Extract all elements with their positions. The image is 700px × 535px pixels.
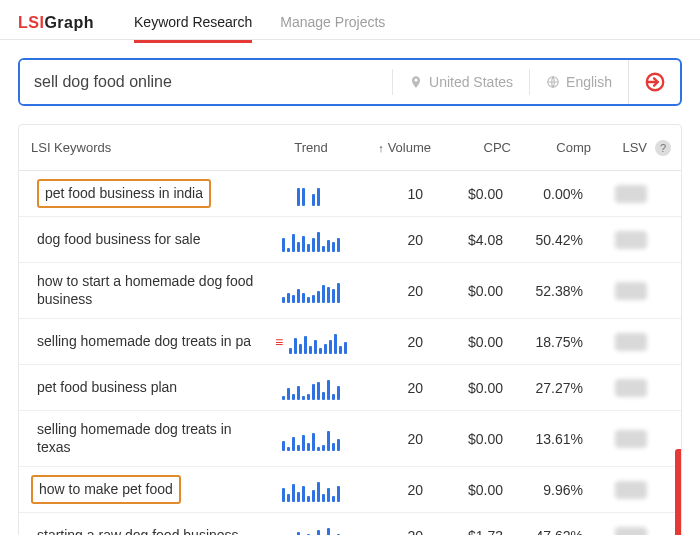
volume-cell: 20 bbox=[351, 334, 431, 350]
trend-sparkline bbox=[282, 524, 340, 536]
trend-cell bbox=[271, 524, 351, 536]
keyword-cell: dog food business for sale bbox=[31, 227, 271, 253]
trend-sparkline bbox=[289, 330, 347, 354]
col-lsv-label: LSV bbox=[622, 140, 647, 155]
cpc-cell: $0.00 bbox=[431, 186, 511, 202]
keyword-label: how to start a homemade dog food busines… bbox=[31, 269, 271, 312]
lsv-cell bbox=[591, 185, 671, 203]
cpc-cell: $1.73 bbox=[431, 528, 511, 536]
trend-sparkline bbox=[282, 182, 340, 206]
keyword-label: pet food business plan bbox=[31, 375, 183, 401]
lsv-blurred-value bbox=[615, 379, 647, 397]
col-cpc[interactable]: CPC bbox=[431, 140, 511, 155]
table-row[interactable]: selling homemade dog treats in pa≡20$0.0… bbox=[19, 319, 681, 365]
results-panel: LSI Keywords Trend ↑ Volume CPC Comp LSV… bbox=[18, 124, 682, 535]
volume-cell: 20 bbox=[351, 232, 431, 248]
table-row[interactable]: dog food business for sale20$4.0850.42% bbox=[19, 217, 681, 263]
logo-ls: LS bbox=[18, 14, 39, 31]
lsv-cell bbox=[591, 527, 671, 536]
col-comp[interactable]: Comp bbox=[511, 140, 591, 155]
lsv-cell bbox=[591, 282, 671, 300]
col-keywords[interactable]: LSI Keywords bbox=[31, 140, 271, 155]
country-filter[interactable]: United States bbox=[392, 69, 529, 95]
trend-sparkline bbox=[282, 279, 340, 303]
keyword-cell: how to start a homemade dog food busines… bbox=[31, 269, 271, 312]
country-label: United States bbox=[429, 74, 513, 90]
search-section: United States English bbox=[0, 40, 700, 124]
cpc-cell: $0.00 bbox=[431, 380, 511, 396]
search-bar: United States English bbox=[18, 58, 682, 106]
trend-sparkline bbox=[282, 427, 340, 451]
comp-cell: 27.27% bbox=[511, 380, 591, 396]
lsv-blurred-value bbox=[615, 527, 647, 536]
col-volume-label: Volume bbox=[388, 140, 431, 155]
keyword-label: pet food business in india bbox=[37, 179, 211, 209]
volume-cell: 20 bbox=[351, 380, 431, 396]
search-submit-button[interactable] bbox=[628, 60, 680, 104]
cpc-cell: $0.00 bbox=[431, 482, 511, 498]
lsv-blurred-value bbox=[615, 333, 647, 351]
lsv-blurred-value bbox=[615, 430, 647, 448]
lsv-cell bbox=[591, 231, 671, 249]
trend-cell bbox=[271, 182, 351, 206]
lsv-cell bbox=[591, 379, 671, 397]
keyword-cell: selling homemade dog treats in texas bbox=[31, 417, 271, 460]
table-header: LSI Keywords Trend ↑ Volume CPC Comp LSV… bbox=[19, 125, 681, 171]
volume-cell: 20 bbox=[351, 431, 431, 447]
tab-keyword-research[interactable]: Keyword Research bbox=[134, 4, 252, 42]
keyword-label: dog food business for sale bbox=[31, 227, 206, 253]
nav-tabs: Keyword Research Manage Projects bbox=[134, 4, 385, 42]
volume-cell: 20 bbox=[351, 283, 431, 299]
lsv-blurred-value bbox=[615, 231, 647, 249]
table-row[interactable]: pet food business in india10$0.000.00% bbox=[19, 171, 681, 217]
table-row[interactable]: how to start a homemade dog food busines… bbox=[19, 263, 681, 319]
enter-icon bbox=[644, 71, 666, 93]
trend-cell bbox=[271, 279, 351, 303]
col-trend[interactable]: Trend bbox=[271, 140, 351, 155]
comp-cell: 50.42% bbox=[511, 232, 591, 248]
volume-cell: 20 bbox=[351, 528, 431, 536]
lsv-blurred-value bbox=[615, 282, 647, 300]
keyword-label: how to make pet food bbox=[31, 475, 181, 505]
cpc-cell: $4.08 bbox=[431, 232, 511, 248]
keyword-label: selling homemade dog treats in texas bbox=[31, 417, 271, 460]
lsv-blurred-value bbox=[615, 185, 647, 203]
cpc-cell: $0.00 bbox=[431, 283, 511, 299]
volume-cell: 20 bbox=[351, 482, 431, 498]
trend-sparkline bbox=[282, 228, 340, 252]
help-icon[interactable]: ? bbox=[655, 140, 671, 156]
list-icon: ≡ bbox=[275, 334, 283, 350]
table-row[interactable]: how to make pet food20$0.009.96% bbox=[19, 467, 681, 513]
comp-cell: 47.62% bbox=[511, 528, 591, 536]
scrollbar-thumb[interactable] bbox=[675, 449, 681, 535]
keyword-label: starting a raw dog food business bbox=[31, 523, 245, 535]
location-icon bbox=[409, 75, 423, 89]
trend-cell bbox=[271, 376, 351, 400]
sort-arrow-up-icon: ↑ bbox=[378, 142, 384, 154]
lsv-blurred-value bbox=[615, 481, 647, 499]
table-body: pet food business in india10$0.000.00%do… bbox=[19, 171, 681, 535]
search-input[interactable] bbox=[20, 60, 392, 104]
top-nav: LSIGraph Keyword Research Manage Project… bbox=[0, 0, 700, 40]
language-label: English bbox=[566, 74, 612, 90]
keyword-cell: pet food business in india bbox=[31, 179, 271, 209]
keyword-cell: how to make pet food bbox=[31, 475, 271, 505]
cpc-cell: $0.00 bbox=[431, 334, 511, 350]
col-lsv[interactable]: LSV ? bbox=[591, 140, 671, 156]
comp-cell: 13.61% bbox=[511, 431, 591, 447]
table-row[interactable]: pet food business plan20$0.0027.27% bbox=[19, 365, 681, 411]
table-row[interactable]: starting a raw dog food business20$1.734… bbox=[19, 513, 681, 535]
tab-manage-projects[interactable]: Manage Projects bbox=[280, 4, 385, 42]
col-volume[interactable]: ↑ Volume bbox=[351, 140, 431, 155]
language-filter[interactable]: English bbox=[529, 69, 628, 95]
globe-icon bbox=[546, 75, 560, 89]
lsv-cell bbox=[591, 333, 671, 351]
lsv-cell bbox=[591, 481, 671, 499]
lsv-cell bbox=[591, 430, 671, 448]
trend-cell bbox=[271, 427, 351, 451]
logo-graph: Graph bbox=[44, 14, 94, 31]
table-row[interactable]: selling homemade dog treats in texas20$0… bbox=[19, 411, 681, 467]
cpc-cell: $0.00 bbox=[431, 431, 511, 447]
keyword-cell: pet food business plan bbox=[31, 375, 271, 401]
keyword-cell: starting a raw dog food business bbox=[31, 523, 271, 535]
